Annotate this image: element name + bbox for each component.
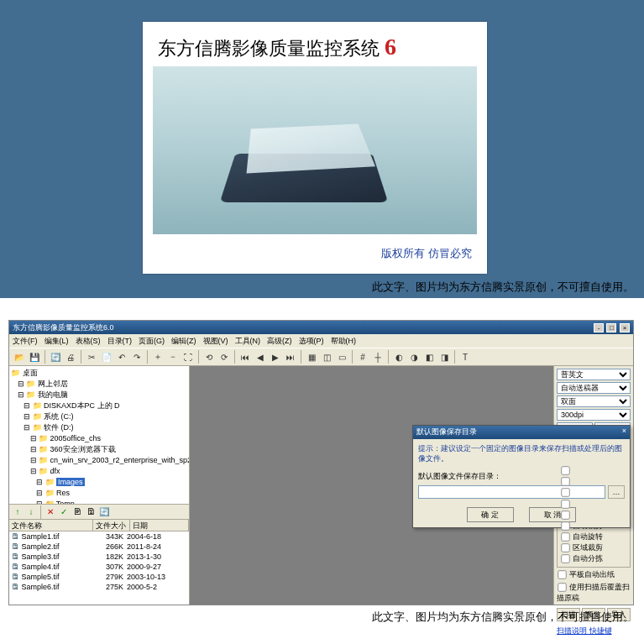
preprocess-option[interactable]: 自动旋转 [560,531,627,542]
text-icon[interactable]: T [458,350,472,364]
lang-select[interactable]: 普英文 [557,369,631,380]
menu-item[interactable]: 工具(N) [235,336,261,346]
file-row[interactable]: Sample2.tif266K2011-8-24 [9,542,189,552]
tree-item[interactable]: ⊟ 📁 360安全浏览器下载 [11,444,187,455]
tree-item[interactable]: ⊟ 📁 DISKAXD本PC 上的 D [11,401,187,411]
flat-auto-checkbox[interactable]: 平板自动出纸 [557,569,631,580]
file-refresh-icon[interactable]: 🔄 [98,506,110,518]
file-copy-icon[interactable]: 🖹 [71,506,83,518]
toolbar: 📂 💾 🔄 🖨 ✂ 📄 ↶ ↷ ＋ － ⛶ ⟲ ⟳ ⏮ ◀ ▶ ⏭ ▦ ◫ ▭ [9,348,633,366]
zoom-in-icon[interactable]: ＋ [151,350,165,364]
tree-item[interactable]: ⊟ 📁 我的电脑 [11,390,187,401]
cut-icon[interactable]: ✂ [85,350,98,364]
dialog-label: 默认图像文件保存目录： [418,471,625,482]
print-icon[interactable]: 🖨 [64,350,77,364]
watermark-text: 此文字、图片均为东方信腾实景原创，不可擅自使用。 [372,280,634,295]
plus-icon[interactable]: ┼ [371,350,385,364]
close-button[interactable]: × [620,323,630,332]
file-row[interactable]: Sample1.tif343K2004-6-18 [9,531,189,542]
menubar: 文件(F)编集(L)表格(S)目录(T)页面(G)编辑(Z)视图(V)工具(N)… [9,334,633,348]
default-save-dir-dialog: 默认图像保存目录 × 提示：建议设定一个固定的图像目录来保存扫描或处理后的图像文… [412,425,631,528]
menu-item[interactable]: 视图(V) [203,336,228,346]
dir-down-icon[interactable]: ↓ [25,506,37,518]
file-list[interactable]: Sample1.tif343K2004-6-18Sample2.tif266K2… [9,531,189,605]
dpi-select[interactable]: 300dpi [557,409,631,421]
side-select[interactable]: 双面 [557,395,631,407]
prev-page-icon[interactable]: ◀ [254,350,267,364]
sidebar: 📁 桌面 ⊟ 📁 网上邻居 ⊟ 📁 我的电脑 ⊟ 📁 DISKAXD本PC 上的… [9,366,190,605]
window-title: 东方信腾影像质量监控系统6.0 [13,322,114,333]
replace-mode-checkbox[interactable]: 使用扫描后覆盖扫描原稿 [557,582,631,604]
folder-tree[interactable]: 📁 桌面 ⊟ 📁 网上邻居 ⊟ 📁 我的电脑 ⊟ 📁 DISKAXD本PC 上的… [9,366,189,505]
rotate-right-icon[interactable]: ⟳ [217,350,231,364]
save-dir-input[interactable] [418,485,605,499]
zoom-out-icon[interactable]: － [166,350,180,364]
tree-item[interactable]: ⊟ 📁 网上邻居 [11,379,187,390]
menu-item[interactable]: 编集(L) [45,336,69,346]
menu-item[interactable]: 目录(T) [107,336,133,346]
browse-button[interactable]: … [608,485,625,499]
splash-title: 东方信腾影像质量监控系统6 [143,22,487,66]
menu-item[interactable]: 帮助(H) [331,336,357,346]
menu-item[interactable]: 页面(G) [139,336,165,346]
file-row[interactable]: Sample4.tif307K2000-9-27 [9,562,189,572]
watermark-text: 此文字、图片均为东方信腾实景原创，不可擅自使用。 [372,610,634,625]
preprocess-option[interactable]: 区域裁剪 [560,542,627,553]
dialog-hint: 提示：建议设定一个固定的图像目录来保存扫描或处理后的图像文件。 [418,444,625,464]
last-page-icon[interactable]: ⏭ [284,350,297,364]
tree-item[interactable]: ⊟ 📁 Images [11,477,187,488]
file-toolbar: ↑ ↓ ✕ ✓ 🖹 🖺 🔄 [9,505,189,520]
splash-card: 东方信腾影像质量监控系统6 版权所有 仿冒必究 [143,22,487,274]
undo-icon[interactable]: ↶ [115,350,128,364]
tool-a-icon[interactable]: ◐ [392,350,406,364]
file-row[interactable]: Sample6.tif275K2000-5-2 [9,582,189,592]
file-delete-icon[interactable]: ✕ [45,506,56,518]
ok-button[interactable]: 确 定 [467,507,514,522]
dir-up-icon[interactable]: ↑ [12,506,24,518]
column-header[interactable]: 文件名称 [9,520,93,531]
tool-b-icon[interactable]: ◑ [407,350,421,364]
dialog-close-button[interactable]: × [622,427,626,438]
file-check-icon[interactable]: ✓ [58,506,70,518]
tree-item[interactable]: ⊟ 📁 Temp [11,499,187,505]
select-icon[interactable]: ▭ [335,350,348,364]
preprocess-option[interactable]: 自动分拣 [560,553,627,564]
feeder-select[interactable]: 自动送稿器 [557,382,631,394]
grid-icon[interactable]: ▦ [305,350,318,364]
tree-item[interactable]: ⊟ 📁 软件 (D:) [11,422,187,433]
hash-icon[interactable]: # [356,350,369,364]
tree-item[interactable]: ⊟ 📁 dfx [11,466,187,477]
open-icon[interactable]: 📂 [13,350,26,364]
help-links[interactable]: 扫描说明 快捷键 [557,626,631,636]
window-controls: - □ × [593,323,630,332]
copy-icon[interactable]: 📄 [100,350,113,364]
menu-item[interactable]: 文件(F) [13,336,38,346]
first-page-icon[interactable]: ⏮ [238,350,252,364]
redo-icon[interactable]: ↷ [130,350,144,364]
tree-item[interactable]: 📁 桌面 [11,368,187,379]
minimize-button[interactable]: - [594,323,604,332]
tree-item[interactable]: ⊟ 📁 系统 (C:) [11,411,187,422]
crop-icon[interactable]: ◫ [320,350,333,364]
tree-item[interactable]: ⊟ 📁 2005office_chs [11,433,187,444]
rotate-left-icon[interactable]: ⟲ [202,350,216,364]
file-move-icon[interactable]: 🖺 [85,506,97,518]
maximize-button[interactable]: □ [606,323,616,332]
menu-item[interactable]: 高级(Z) [267,336,292,346]
zoom-fit-icon[interactable]: ⛶ [181,350,195,364]
column-header[interactable]: 日期 [130,520,189,531]
tool-d-icon[interactable]: ◨ [437,350,451,364]
refresh-icon[interactable]: 🔄 [49,350,62,364]
file-row[interactable]: Sample5.tif279K2003-10-13 [9,572,189,582]
column-header[interactable]: 文件大小 [93,520,130,531]
menu-item[interactable]: 编辑(Z) [171,336,196,346]
tool-c-icon[interactable]: ◧ [422,350,436,364]
tree-item[interactable]: ⊟ 📁 Res [11,488,187,499]
file-row[interactable]: Sample3.tif182K2013-1-30 [9,552,189,562]
tree-item[interactable]: ⊟ 📁 cn_win_srv_2003_r2_enterprise_with_s… [11,455,187,466]
menu-item[interactable]: 表格(S) [76,336,101,346]
next-page-icon[interactable]: ▶ [269,350,282,364]
image-canvas[interactable]: 默认图像保存目录 × 提示：建议设定一个固定的图像目录来保存扫描或处理后的图像文… [190,366,553,605]
save-icon[interactable]: 💾 [28,350,41,364]
menu-item[interactable]: 选项(P) [299,336,324,346]
